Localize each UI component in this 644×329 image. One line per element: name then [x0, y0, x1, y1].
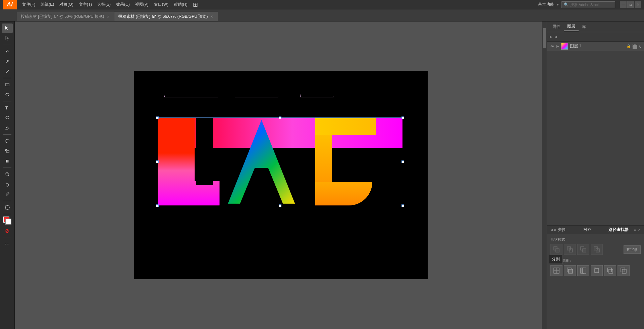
svg-point-2 — [6, 93, 9, 96]
color-none[interactable]: ⊘ — [2, 226, 13, 235]
layer-row-1[interactable]: 👁 ▶ 图层 1 🔒 ⬤ 0 — [547, 42, 644, 51]
menu-file[interactable]: 文件(F) — [19, 0, 38, 9]
pathfinder-collapse-btn[interactable]: ◀◀ — [550, 227, 556, 232]
lasso-tool[interactable] — [2, 113, 13, 123]
left-toolbar: T — [0, 21, 15, 329]
pathfinder-title-active[interactable]: 路径查找器 — [608, 227, 633, 233]
zoom-tool[interactable] — [2, 170, 13, 179]
layer-expand-btn[interactable]: ▶ — [556, 44, 559, 48]
layout-icon[interactable]: ⊞ — [193, 1, 198, 8]
tab-1[interactable]: 投稿素材 (已恢复).ai* @ 66.67% (RGB/GPU 预览) ✕ — [114, 12, 218, 21]
scale-tool[interactable] — [2, 146, 13, 156]
toolbar-separator-4 — [3, 134, 11, 135]
toolbar-separator-6 — [3, 201, 11, 201]
trapezoid-3 — [300, 78, 334, 97]
gradient-tool[interactable] — [2, 156, 13, 166]
layer-thumbnail — [561, 43, 568, 50]
workspace-label[interactable]: 基本功能 — [538, 2, 554, 7]
svg-rect-17 — [567, 247, 571, 250]
svg-rect-30 — [583, 268, 586, 273]
svg-text:T: T — [5, 106, 8, 110]
search-box[interactable]: 🔍 — [561, 1, 615, 8]
tab-0[interactable]: 投稿素材 [已恢复].ai* @ 50% (RGB/GPU 预览) ✕ — [17, 12, 114, 21]
app-logo: Ai — [3, 0, 17, 9]
line-tool[interactable] — [2, 67, 13, 76]
panel-tab-library[interactable]: 库 — [579, 22, 589, 31]
layer-expand-icon[interactable]: ▶ — [550, 35, 552, 39]
rotate-tool[interactable] — [2, 136, 13, 146]
menu-select[interactable]: 选择(S) — [95, 0, 113, 9]
svg-rect-34 — [609, 269, 613, 273]
vertical-scrollbar[interactable] — [542, 21, 547, 329]
svg-rect-1 — [6, 83, 9, 86]
pathfinder-menu-icon[interactable]: ≡ — [634, 228, 636, 232]
selection-tool[interactable] — [2, 23, 13, 33]
ellipse-tool[interactable] — [2, 90, 13, 99]
menu-bar: Ai 文件(F) 编辑(E) 对象(O) 文字(T) 选择(S) 效果(C) 视… — [0, 0, 644, 9]
close-button[interactable]: ✕ — [635, 1, 641, 8]
tabs-bar: 投稿素材 [已恢复].ai* @ 50% (RGB/GPU 预览) ✕ 投稿素材… — [0, 9, 644, 21]
hand-tool[interactable] — [2, 180, 13, 189]
tab-1-label: 投稿素材 (已恢复).ai* @ 66.67% (RGB/GPU 预览) — [118, 14, 208, 19]
menu-help[interactable]: 帮助(H) — [171, 0, 190, 9]
menu-view[interactable]: 视图(V) — [132, 0, 151, 9]
toolbar-separator-2 — [3, 78, 11, 78]
canvas-area[interactable] — [15, 21, 547, 329]
menu-object[interactable]: 对象(O) — [57, 0, 76, 9]
panel-tab-layers[interactable]: 图层 — [564, 22, 579, 31]
pathfinder-crop-btn[interactable] — [591, 265, 603, 276]
scroll-thumb-v[interactable] — [543, 28, 546, 48]
menu-window[interactable]: 窗口(W) — [151, 0, 171, 9]
pathfinder-divide-btn[interactable] — [550, 265, 562, 276]
pathfinder-merge-btn[interactable] — [577, 265, 589, 276]
eraser-tool[interactable] — [2, 123, 13, 133]
svg-line-7 — [8, 175, 9, 176]
direct-selection-tool[interactable] — [2, 34, 13, 43]
shape-unite-btn[interactable] — [550, 244, 562, 255]
pathfinder-outline-btn[interactable] — [604, 265, 616, 276]
layer-visibility-icon[interactable]: 👁 — [550, 44, 554, 49]
eyedropper-tool[interactable] — [2, 190, 13, 199]
letter-L-cutout — [196, 118, 213, 185]
text-tool[interactable]: T — [2, 103, 13, 112]
more-tools[interactable]: ··· — [2, 239, 13, 248]
layer-panel-btn[interactable]: ◀ — [554, 35, 557, 39]
layer-lock-icon[interactable]: 🔒 — [627, 44, 631, 48]
tab-0-close[interactable]: ✕ — [106, 14, 110, 19]
search-input[interactable] — [570, 3, 610, 7]
right-panel-tabs: 属性 图层 库 — [547, 21, 644, 32]
artboard-tool[interactable] — [2, 203, 13, 212]
layer-name-label: 图层 1 — [570, 43, 625, 49]
svg-rect-20 — [583, 249, 586, 252]
artboard-container — [134, 71, 428, 279]
svg-rect-4 — [7, 150, 9, 153]
menu-effect[interactable]: 效果(C) — [113, 0, 132, 9]
layer-color-dot[interactable]: ⬤ — [633, 44, 637, 49]
layer-count: 0 — [639, 44, 641, 48]
artboard[interactable] — [134, 71, 428, 279]
pathfinder-trim-btn[interactable] — [564, 265, 576, 276]
handle-mr[interactable] — [401, 160, 404, 163]
maximize-button[interactable]: □ — [627, 1, 634, 8]
pathfinder-minus-back-btn[interactable] — [618, 265, 630, 276]
handle-bc[interactable] — [279, 204, 281, 207]
shape-intersect-btn[interactable] — [577, 244, 589, 255]
minimize-button[interactable]: — — [620, 1, 627, 8]
toolbar-separator-1 — [3, 45, 11, 45]
pathfinder-panel: ◀◀ 变换 对齐 路径查找器 ≡ ✕ 形状模式： — [547, 225, 644, 329]
handle-br[interactable] — [401, 204, 404, 207]
tab-1-close[interactable]: ✕ — [210, 14, 214, 19]
background-color[interactable] — [5, 219, 11, 225]
shape-exclude-btn[interactable] — [591, 244, 603, 255]
menu-text[interactable]: 文字(T) — [76, 0, 95, 9]
svg-rect-10 — [6, 206, 9, 209]
color-selector[interactable] — [2, 216, 13, 225]
shape-minus-front-btn[interactable] — [564, 244, 576, 255]
pen-tool[interactable] — [2, 47, 13, 56]
expand-btn[interactable]: 扩字形 — [624, 245, 641, 254]
rectangle-tool[interactable] — [2, 80, 13, 89]
menu-edit[interactable]: 编辑(E) — [38, 0, 57, 9]
pathfinder-close-btn[interactable]: ✕ — [637, 227, 641, 232]
panel-tab-properties[interactable]: 属性 — [549, 22, 564, 31]
pencil-tool[interactable] — [2, 57, 13, 66]
